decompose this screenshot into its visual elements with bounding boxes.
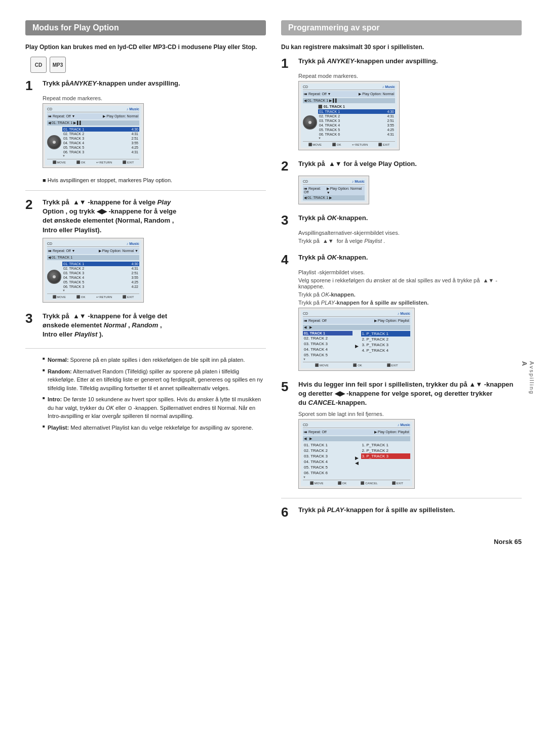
right-step-4: 4 Trykk på OK-knappen. Playlist -skjermb… <box>281 253 522 371</box>
device-screen-r2: CD ♪ Music ⏮ Repeat: Off ▶ Play Option: … <box>298 176 369 204</box>
disc-icon-1 <box>47 135 61 149</box>
right-step-6-title: Trykk på PLAY-knappen for å spille av sp… <box>298 506 455 515</box>
right-section-header: Programmering av spor <box>281 20 522 35</box>
right-step-6-number: 6 <box>281 506 295 519</box>
step-2-title: Trykk på ▲▼ -knappene for å velge Play O… <box>43 198 176 235</box>
right-step-4-sub1: Playlist -skjermbildet vises. <box>298 269 522 275</box>
step-3-title: Trykk på ▲▼ -knappene for å velge det øn… <box>43 312 167 340</box>
bullet-random: Random: Alternativet Random (Tilfeldig) … <box>43 367 266 393</box>
right-step-4-sub2: Velg sporene i rekkefølgen du ønsker at … <box>298 277 522 289</box>
right-step-2-number: 2 <box>281 159 295 173</box>
divider-right-1 <box>281 498 522 498</box>
right-step-5: 5 Hvis du legger inn feil spor i spillel… <box>281 380 522 489</box>
right-step-3-sub1: Avspillingsalternativer-skjermbildet vis… <box>298 230 522 236</box>
divider-1 <box>25 190 266 191</box>
right-step-1-title: Trykk på ANYKEY-knappen under avspilling… <box>298 57 438 66</box>
right-step-4-sub4: Trykk på PLAY-knappen for å spille av sp… <box>298 300 522 306</box>
right-step-1: 1 Trykk på ANYKEY-knappen under avspilli… <box>281 57 522 150</box>
step-1-number: 1 <box>25 79 40 92</box>
tracklist-r1: ⬛ 01. TRACK 1 01. TRACK 1 4:30 02. TRACK… <box>318 105 395 140</box>
bullet-intro: Intro: De første 10 sekundene av hvert s… <box>43 395 266 421</box>
step-1-sub: Repeat mode markeres. <box>43 95 266 101</box>
right-step-4-title: Trykk på OK-knappen. <box>298 253 368 262</box>
bullet-list: Normal: Sporene på en plate spilles i de… <box>43 356 266 432</box>
disc-icon-2 <box>47 270 61 284</box>
right-step-2-title: Trykk på ▲▼ for å velge Play Option. <box>298 159 417 169</box>
right-column: Programmering av spor Du kan registrere … <box>281 20 522 528</box>
page-number: Norsk 65 <box>25 538 522 545</box>
right-step-5-sub: Sporet som ble lagt inn feil fjernes. <box>298 411 522 417</box>
device-screen-r5: CD ♪ Music ⏮ Repeat: Off ▶ Play Option: … <box>298 419 415 489</box>
right-step-6: 6 Trykk på PLAY-knappen for å spille av … <box>281 506 522 519</box>
left-step-1: 1 Trykk påANYKEY-knappen under avspillin… <box>25 79 266 168</box>
icons-row: CD MP3 <box>30 57 266 73</box>
left-section-header: Modus for Play Option <box>25 20 266 35</box>
device-screen-r1: CD ♪ Music ⏮ Repeat: Off ▼ ▶ Play Option… <box>298 81 400 150</box>
right-step-5-number: 5 <box>281 380 295 393</box>
right-step-1-sub: Repeat mode markeres. <box>298 73 522 79</box>
right-step-5-title: Hvis du legger inn feil spor i spillelis… <box>298 380 522 408</box>
right-step-3-title: Trykk på OK-knappen. <box>298 214 368 223</box>
sidebar-label: Avspilling <box>529 361 535 395</box>
tracklist-2: 01. TRACK 1 4:30 02. TRACK 2 4:31 03. TR… <box>62 262 139 292</box>
left-step-2: 2 Trykk på ▲▼ -knappene for å velge Play… <box>25 198 266 303</box>
right-step-3-sub2: Trykk på ▲▼ for å velge Playlist . <box>298 238 522 244</box>
bullet-normal: Normal: Sporene på en plate spilles i de… <box>43 356 266 364</box>
left-column: Modus for Play Option Play Option kan br… <box>25 20 266 528</box>
divider-2 <box>25 348 266 349</box>
left-step-3: 3 Trykk på ▲▼ -knappene for å velge det … <box>25 312 266 340</box>
bullet-playlist: Playlist: Med alternativet Playlist kan … <box>43 424 266 432</box>
sidebar-tab: A Avspilling <box>521 361 536 395</box>
intro-text: Play Option kan brukes med en lyd-CD ell… <box>25 43 266 52</box>
device-screen-2: CD ♪ Music ⏮ Repeat: Off ▼ ▶ Play Option… <box>43 238 144 303</box>
right-step-1-number: 1 <box>281 57 295 70</box>
disc-icon-r1 <box>303 115 317 130</box>
step-1-title: Trykk påANYKEY-knappen under avspilling. <box>43 79 180 88</box>
right-intro-text: Du kan registrere maksimalt 30 spor i sp… <box>281 43 522 52</box>
tracklist-1: 01. TRACK 1 4:30 02. TRACK 2 4:31 03. TR… <box>62 127 139 157</box>
device-screen-1: CD ♪ Music ⏮ Repeat: Off ▼ ▶ Play Option… <box>43 103 144 168</box>
right-step-3: 3 Trykk på OK-knappen. Avspillingsaltern… <box>281 214 522 244</box>
right-step-2: 2 Trykk på ▲▼ for å velge Play Option. C… <box>281 159 522 204</box>
device-screen-r4: CD ♪ Music ⏮ Repeat: Off ▶ Play Option: … <box>298 308 415 371</box>
step-3-number: 3 <box>25 312 40 325</box>
left-step-1-note: Hvis avspillingen er stoppet, markeres P… <box>43 177 266 183</box>
right-step-3-number: 3 <box>281 214 295 227</box>
cd-icon: CD <box>30 57 47 73</box>
right-step-4-sub3: Trykk på OK-knappen. <box>298 291 522 298</box>
step-2-number: 2 <box>25 198 40 211</box>
mp3-icon: MP3 <box>50 57 66 73</box>
right-step-4-number: 4 <box>281 253 295 266</box>
